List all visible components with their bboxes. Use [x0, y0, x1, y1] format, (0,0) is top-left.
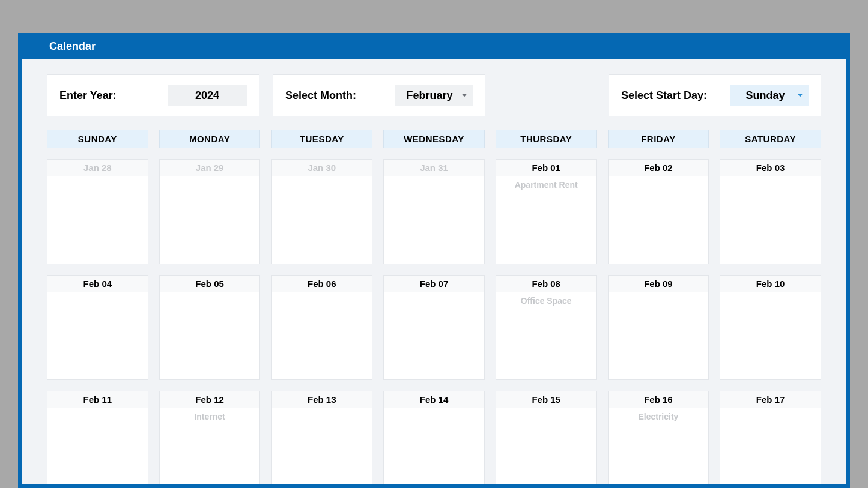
day-cell[interactable]: Feb 16Electricity	[608, 391, 709, 488]
day-date: Feb 02	[609, 160, 709, 176]
day-cell[interactable]: Jan 30	[271, 159, 372, 264]
day-date: Feb 06	[272, 276, 372, 292]
controls-spacer	[499, 74, 595, 116]
year-label: Enter Year:	[59, 89, 117, 102]
calendar-event[interactable]: Apartment Rent	[500, 179, 593, 190]
month-select-value: February	[406, 89, 452, 102]
day-cell[interactable]: Feb 11	[47, 391, 148, 488]
day-body	[609, 176, 709, 264]
day-date: Feb 08	[496, 276, 596, 292]
calendar-event[interactable]: Internet	[163, 411, 256, 421]
day-body	[384, 408, 484, 488]
day-cell[interactable]: Feb 17	[720, 391, 821, 488]
day-date: Feb 12	[160, 391, 260, 408]
day-date: Feb 07	[384, 276, 484, 292]
month-control-card: Select Month: February	[273, 74, 485, 116]
day-cell[interactable]: Feb 04	[47, 275, 148, 380]
day-date: Jan 29	[160, 160, 260, 176]
day-cell[interactable]: Feb 06	[271, 275, 372, 380]
day-body	[720, 292, 821, 379]
day-date: Feb 09	[609, 276, 709, 292]
day-body: Internet	[160, 408, 260, 488]
day-header: FRIDAY	[608, 130, 709, 148]
day-cell[interactable]: Feb 12Internet	[159, 391, 261, 488]
day-date: Feb 03	[720, 160, 821, 176]
calendar-event[interactable]: Office Space	[500, 295, 593, 306]
day-date: Feb 10	[720, 276, 821, 292]
day-body	[160, 292, 260, 379]
day-cell[interactable]: Feb 14	[383, 391, 485, 488]
day-cell[interactable]: Feb 15	[496, 391, 597, 488]
day-header: THURSDAY	[496, 130, 597, 148]
year-input[interactable]: 2024	[168, 85, 247, 106]
day-cell[interactable]: Feb 07	[383, 275, 485, 380]
day-body	[384, 292, 484, 379]
day-body	[272, 176, 372, 264]
day-date: Feb 11	[47, 391, 148, 408]
day-date: Feb 05	[160, 276, 260, 292]
day-cell[interactable]: Feb 03	[720, 159, 821, 264]
startday-select-value: Sunday	[745, 89, 785, 102]
day-body	[720, 176, 821, 264]
day-date: Jan 30	[272, 160, 372, 176]
day-header: WEDNESDAY	[383, 130, 485, 148]
month-label: Select Month:	[285, 89, 356, 102]
day-body	[47, 176, 148, 264]
startday-label: Select Start Day:	[621, 89, 707, 102]
day-cell[interactable]: Feb 01Apartment Rent	[496, 159, 597, 264]
calendar-event[interactable]: Electricity	[612, 411, 705, 421]
calendar-grid: SUNDAYMONDAYTUESDAYWEDNESDAYTHURSDAYFRID…	[47, 130, 821, 488]
day-header: TUESDAY	[271, 130, 372, 148]
day-header: SUNDAY	[47, 130, 148, 148]
day-body	[496, 408, 596, 488]
day-body	[47, 408, 148, 488]
app-frame: Calendar Enter Year: 2024 Select Month: …	[18, 33, 850, 488]
page-title: Calendar	[22, 37, 846, 59]
day-body: Electricity	[609, 408, 709, 488]
day-date: Feb 17	[720, 391, 821, 408]
month-select[interactable]: February	[395, 85, 473, 106]
day-date: Jan 31	[384, 160, 484, 176]
day-body	[160, 176, 260, 264]
day-date: Feb 14	[384, 391, 484, 408]
day-body	[272, 408, 372, 488]
day-cell[interactable]: Feb 10	[720, 275, 821, 380]
startday-control-card: Select Start Day: Sunday	[609, 74, 821, 116]
content-area: Enter Year: 2024 Select Month: February …	[22, 59, 846, 488]
year-control-card: Enter Year: 2024	[47, 74, 259, 116]
day-date: Feb 01	[496, 160, 596, 176]
day-cell[interactable]: Feb 13	[271, 391, 372, 488]
controls-row: Enter Year: 2024 Select Month: February …	[47, 74, 821, 116]
day-cell[interactable]: Feb 09	[608, 275, 709, 380]
startday-select[interactable]: Sunday	[730, 85, 809, 106]
day-date: Feb 16	[609, 391, 709, 408]
day-body: Office Space	[496, 292, 596, 379]
day-body	[720, 408, 821, 488]
day-date: Jan 28	[47, 160, 148, 176]
day-header: SATURDAY	[720, 130, 821, 148]
day-cell[interactable]: Feb 08Office Space	[496, 275, 597, 380]
day-cell[interactable]: Jan 28	[47, 159, 148, 264]
day-date: Feb 15	[496, 391, 596, 408]
day-body	[384, 176, 484, 264]
day-date: Feb 04	[47, 276, 148, 292]
day-cell[interactable]: Jan 31	[383, 159, 485, 264]
day-date: Feb 13	[272, 391, 372, 408]
day-cell[interactable]: Jan 29	[159, 159, 261, 264]
day-body: Apartment Rent	[496, 176, 596, 264]
day-header: MONDAY	[159, 130, 261, 148]
day-body	[272, 292, 372, 379]
chevron-down-icon	[798, 94, 803, 97]
day-body	[47, 292, 148, 379]
day-cell[interactable]: Feb 02	[608, 159, 709, 264]
day-body	[609, 292, 709, 379]
chevron-down-icon	[462, 94, 467, 97]
day-cell[interactable]: Feb 05	[159, 275, 261, 380]
